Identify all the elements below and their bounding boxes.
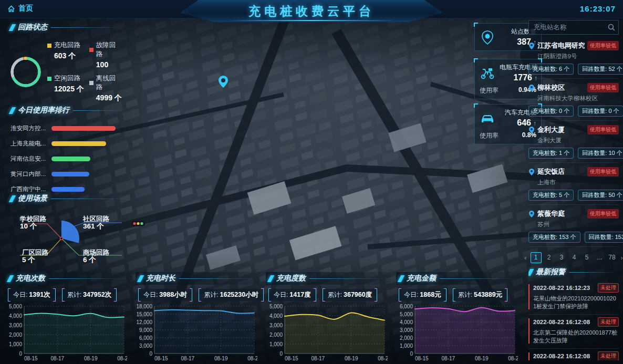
charge-amount-title: 充电金额 (407, 274, 436, 283)
legend-label: 故障回路 (96, 41, 122, 59)
ranking-row: 淮安同方控... (11, 121, 123, 136)
pagination-page[interactable]: ... (595, 253, 605, 263)
panel-usage-scene: 使用场景 学校回路10 个 社区回路361 个 厂区回路5 (11, 193, 127, 266)
home-nav[interactable]: 首页 (7, 4, 33, 13)
car-icon (480, 110, 495, 126)
home-label: 首页 (18, 4, 33, 13)
total-stat-chip: 累计:367960度 (323, 289, 377, 301)
pagination-page[interactable]: 2 (544, 253, 554, 263)
loop-count-chip: 回路数量: 10 个 (578, 148, 623, 159)
ranking-label: 黄河口内部... (11, 170, 48, 178)
pile-count-chip: 充电桩数: 1 个 (528, 148, 574, 159)
station-list: 江苏省电网研究院测试 使用率较低 江阴新澄路9号 充电桩数: 6 个 回路数量:… (528, 37, 619, 247)
alarm-time: 2022-08-22 16:12:23 (533, 285, 590, 291)
svg-text:08-19: 08-19 (475, 356, 489, 361)
page-title: 充电桩收费云平台 (248, 3, 375, 19)
today-stat-chip: 今日:1391次 (8, 289, 55, 301)
home-icon (7, 5, 15, 13)
svg-text:5,000: 5,000 (9, 304, 22, 309)
alarm-text: 花果山物业的2021022000010201桩发生门禁保护故障 (533, 295, 619, 310)
loop-count-chip: 回路数量: 0 个 (578, 106, 623, 117)
pagination-page[interactable]: 4 (569, 253, 579, 263)
legend-swatch (47, 44, 51, 48)
svg-text:08-15: 08-15 (154, 356, 168, 361)
svg-text:08-15: 08-15 (285, 356, 298, 361)
pagination-page[interactable]: 78 (607, 253, 617, 263)
pagination-page[interactable]: 1 (531, 252, 542, 263)
loop-status-legend: 充电回路 603 个 故障回路 100 空闲回路 12025 个 离线回路 49… (47, 41, 122, 103)
pagination-page[interactable]: 3 (557, 253, 567, 263)
search-icon[interactable] (608, 24, 615, 33)
ranking-row: 河南信息安... (11, 151, 123, 167)
svg-text:15,000: 15,000 (136, 311, 152, 317)
dashboard-root: 首页 16:23:07 充电桩收费云平台 回路状态 充电回路 603 个 故障回… (0, 0, 623, 364)
total-stat-chip: 累计:1625230小时 (199, 289, 263, 301)
scene-label-mall: 商场回路6 个 (83, 249, 109, 264)
legend-item: 空闲回路 12025 个 (47, 74, 84, 103)
svg-text:12,000: 12,000 (136, 319, 152, 325)
station-card[interactable]: 延安饭店 使用率较低 上海市 充电桩数: 5 个 回路数量: 50 个 (528, 163, 619, 205)
station-pin-icon (528, 42, 535, 50)
ranking-label: 淮安同方控... (11, 124, 48, 132)
ranking-bar (51, 172, 89, 176)
svg-text:3,000: 3,000 (269, 323, 283, 328)
alarm-item[interactable]: 2022-08-22 16:12:08 未处理 北京第二保障处的20200018… (528, 315, 619, 349)
ranking-bar (51, 157, 90, 161)
legend-swatch (47, 77, 51, 81)
svg-text:3,000: 3,000 (400, 327, 413, 333)
station-card[interactable]: 江苏省电网研究院测试 使用率较低 江阴新澄路9号 充电桩数: 6 个 回路数量:… (528, 37, 619, 79)
station-address: 河南科技大学柳林校区 (537, 95, 619, 102)
svg-text:08-15: 08-15 (24, 356, 38, 361)
station-address: 苏州 (537, 221, 619, 228)
title-rule (49, 278, 127, 279)
svg-text:18,000: 18,000 (136, 304, 152, 309)
today-stat-chip: 今日:1417度 (269, 289, 316, 301)
scene-label-factory: 厂区回路5 个 (22, 249, 48, 264)
today-stat-chip: 今日:1868元 (399, 289, 446, 301)
alarm-time: 2022-08-22 16:12:08 (533, 319, 590, 325)
title-slash-icon (137, 275, 144, 282)
ranking-bar (51, 187, 85, 192)
svg-text:4,000: 4,000 (400, 319, 413, 325)
station-search-input[interactable] (528, 20, 619, 35)
station-search (528, 20, 619, 35)
pagination-next[interactable]: › (620, 254, 623, 262)
usage-rate-row: 使用率0.8% (480, 131, 536, 140)
station-pin-icon (528, 210, 535, 218)
station-card[interactable]: 紫薇华庭 使用率较低 苏州 充电桩数: 153 个 回路数量: 1530 个 (528, 205, 619, 247)
svg-text:08-17: 08-17 (312, 356, 325, 361)
title-rule (179, 278, 257, 279)
alarm-item[interactable]: 2022-08-22 16:12:23 未处理 花果山物业的2021022000… (528, 280, 619, 315)
ranking-label: 上海兆能电... (11, 140, 48, 148)
svg-text:5,000: 5,000 (269, 304, 283, 309)
map-traffic-light-icon (131, 221, 145, 227)
line-chart-svg: 01,0002,0003,0004,0005,00008-1508-1708-1… (266, 303, 388, 362)
title-rule (51, 199, 127, 199)
line-chart-svg: 01,0002,0003,0004,0005,0006,00008-1508-1… (396, 303, 518, 362)
station-address: 江阴新澄路9号 (537, 53, 619, 60)
station-card[interactable]: 柳林校区 使用率较低 河南科技大学柳林校区 充电桩数: 0 个 回路数量: 0 … (528, 79, 619, 121)
alarms-title: 最新报警 (536, 267, 565, 277)
station-name: 柳林校区 (537, 83, 585, 92)
legend-value: 100 (96, 60, 122, 69)
charge-amount-line-chart: 01,0002,0003,0004,0005,0006,00008-1508-1… (396, 303, 521, 364)
legend-label: 空闲回路 (54, 74, 80, 83)
pagination-page[interactable]: 5 (582, 253, 592, 263)
alarm-item[interactable]: 2022-08-22 16:12:08 未处理 北京第二保障处的20200018… (528, 349, 619, 360)
title-rule (309, 278, 388, 279)
panel-charge-duration: 充电时长 今日:3988小时 累计:1625230小时 03,0006,0009… (136, 272, 261, 362)
pile-count-chip: 充电桩数: 6 个 (528, 64, 574, 75)
usage-scene-title: 使用场景 (18, 194, 47, 203)
svg-text:6,000: 6,000 (139, 335, 152, 341)
station-card[interactable]: 金利大厦 使用率较低 金利大厦 充电桩数: 1 个 回路数量: 10 个 (528, 121, 619, 163)
svg-text:2,000: 2,000 (269, 332, 283, 338)
map-station-pin-icon[interactable] (217, 75, 229, 88)
station-address: 金利大厦 (537, 137, 619, 144)
charge-duration-line-chart: 03,0006,0009,00012,00015,00018,00008-150… (136, 303, 261, 364)
legend-label: 充电回路 (54, 41, 80, 50)
svg-text:5,000: 5,000 (400, 311, 413, 317)
today-stat-chip: 今日:3988小时 (139, 289, 192, 301)
svg-text:08-17: 08-17 (51, 356, 65, 361)
total-stat-chip: 累计:543889元 (453, 289, 507, 301)
pagination-prev[interactable]: ‹ (524, 254, 528, 262)
